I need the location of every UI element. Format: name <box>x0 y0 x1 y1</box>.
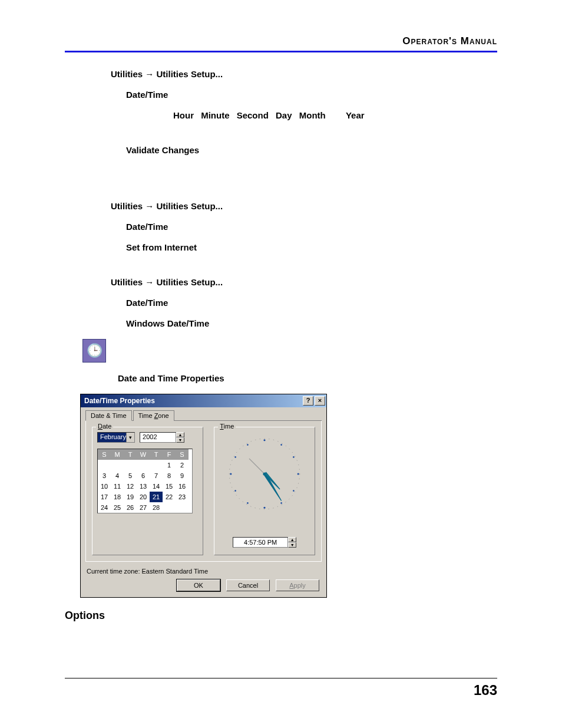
date-time-icon: 🕒 <box>82 339 106 363</box>
calendar-day[interactable]: 27 <box>137 502 150 513</box>
svg-point-17 <box>247 444 249 446</box>
svg-point-10 <box>280 444 282 446</box>
cancel-button[interactable]: Cancel <box>226 579 270 591</box>
calendar-day[interactable]: 10 <box>98 481 111 492</box>
svg-marker-2 <box>265 474 282 501</box>
calendar-day[interactable]: 7 <box>150 470 163 481</box>
calendar-day-header: W <box>137 449 150 460</box>
calendar-empty <box>98 460 111 470</box>
calendar-day[interactable]: 20 <box>137 492 150 502</box>
item-set-from-internet: Set from Internet <box>126 242 497 252</box>
svg-point-5 <box>263 472 266 475</box>
calendar-day[interactable]: 8 <box>163 470 176 481</box>
calendar-day[interactable]: 1 <box>163 460 176 470</box>
svg-line-4 <box>249 459 265 474</box>
nav-path-2: Utilities → Utilities Setup... <box>111 201 497 211</box>
calendar-day[interactable]: 21 <box>150 492 163 502</box>
calendar-day[interactable]: 17 <box>98 492 111 502</box>
svg-point-14 <box>247 502 249 504</box>
item-date-time-2: Date/Time <box>126 222 497 232</box>
current-timezone-label: Current time zone: Eastern Standard Time <box>87 568 320 575</box>
calendar-empty <box>137 460 150 470</box>
calendar-row: 17181920212223 <box>98 492 192 502</box>
dialog-tabs: Date & Time Time Zone <box>85 410 322 421</box>
year-spin-up[interactable]: ▲ <box>176 432 184 437</box>
calendar-empty <box>111 460 124 470</box>
calendar-day[interactable]: 23 <box>176 492 189 502</box>
calendar-day[interactable]: 24 <box>98 502 111 513</box>
date-time-properties-dialog: Date/Time Properties ? × Date & Time Tim… <box>80 394 327 598</box>
month-combo[interactable]: February <box>97 432 135 443</box>
analog-clock <box>226 436 303 512</box>
time-fieldset: Time <box>214 427 315 555</box>
time-spin-up[interactable]: ▲ <box>288 537 296 542</box>
header-rule <box>65 51 497 52</box>
calendar-day[interactable]: 2 <box>176 460 189 470</box>
close-button[interactable]: × <box>315 396 325 406</box>
nav-path-3: Utilities → Utilities Setup... <box>111 277 497 287</box>
svg-point-13 <box>280 502 282 504</box>
svg-point-15 <box>234 490 236 492</box>
year-spinner[interactable]: 2002 <box>140 432 176 443</box>
ok-button[interactable]: OK <box>177 579 220 591</box>
tab-date-and-time[interactable]: Date & Time <box>85 410 132 421</box>
calendar-day-header: S <box>176 449 189 460</box>
calendar-day[interactable]: 19 <box>124 492 137 502</box>
calendar-day[interactable]: 25 <box>111 502 124 513</box>
calendar-day[interactable]: 18 <box>111 492 124 502</box>
calendar-row: 12 <box>98 460 192 470</box>
calendar-day[interactable]: 12 <box>124 481 137 492</box>
item-date-time-1: Date/Time <box>126 90 497 100</box>
calendar-day[interactable]: 28 <box>150 502 163 513</box>
calendar-day-header: F <box>163 449 176 460</box>
svg-point-7 <box>264 507 266 509</box>
calendar-day[interactable]: 15 <box>163 481 176 492</box>
svg-point-6 <box>264 439 266 441</box>
calendar-day[interactable]: 5 <box>124 470 137 481</box>
calendar-day-header: T <box>124 449 137 460</box>
calendar-day[interactable]: 22 <box>163 492 176 502</box>
year-spin-down[interactable]: ▼ <box>176 437 184 443</box>
item-date-time-3: Date/Time <box>126 298 497 308</box>
date-fieldset: Date February 2002 ▲ ▼ SMTWTFS <box>92 427 203 555</box>
calendar-day[interactable]: 6 <box>137 470 150 481</box>
calendar-header-row: SMTWTFS <box>98 449 192 460</box>
time-input[interactable]: 4:57:50 PM <box>233 537 288 548</box>
calendar-day[interactable]: 9 <box>176 470 189 481</box>
dialog-title: Date/Time Properties <box>84 397 155 405</box>
calendar-day[interactable]: 26 <box>124 502 137 513</box>
svg-point-16 <box>234 456 236 458</box>
time-spin-down[interactable]: ▼ <box>288 542 296 548</box>
help-button[interactable]: ? <box>303 396 313 406</box>
date-time-properties-label: Date and Time Properties <box>118 373 497 383</box>
calendar-row: 3456789 <box>98 470 192 481</box>
calendar-day[interactable]: 3 <box>98 470 111 481</box>
calendar-day[interactable]: 14 <box>150 481 163 492</box>
validate-changes-label: Validate Changes <box>126 145 497 155</box>
apply-button[interactable]: Apply <box>276 579 319 591</box>
time-parts-labels: Hour Minute Second Day Month Year <box>173 110 497 120</box>
nav-path-1: Utilities → Utilities Setup... <box>111 69 497 79</box>
svg-point-9 <box>297 473 299 475</box>
calendar-day-header: S <box>98 449 111 460</box>
calendar-day[interactable]: 11 <box>111 481 124 492</box>
item-windows-date-time: Windows Date/Time <box>126 318 497 328</box>
calendar-row: 10111213141516 <box>98 481 192 492</box>
page-number: 163 <box>65 682 497 699</box>
svg-point-11 <box>293 456 295 458</box>
calendar-row: 2425262728 <box>98 502 192 513</box>
calendar-empty <box>150 460 163 470</box>
calendar-empty <box>163 502 176 513</box>
calendar-day[interactable]: 4 <box>111 470 124 481</box>
calendar-day[interactable]: 16 <box>176 481 189 492</box>
svg-point-12 <box>293 490 295 492</box>
options-heading: Options <box>65 610 497 622</box>
calendar-day-header: M <box>111 449 124 460</box>
dialog-titlebar[interactable]: Date/Time Properties ? × <box>81 394 326 407</box>
tab-time-zone[interactable]: Time Zone <box>133 410 174 421</box>
calendar[interactable]: SMTWTFS 12345678910111213141516171819202… <box>97 449 193 513</box>
calendar-day-header: T <box>150 449 163 460</box>
calendar-empty <box>124 460 137 470</box>
calendar-empty <box>176 502 189 513</box>
calendar-day[interactable]: 13 <box>137 481 150 492</box>
